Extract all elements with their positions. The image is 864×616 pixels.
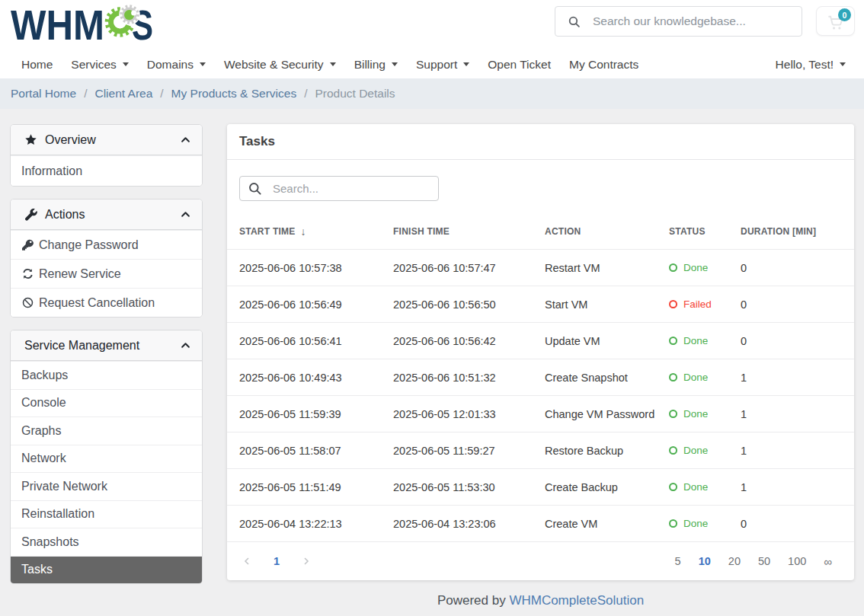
sidebar-item-private-network[interactable]: Private Network bbox=[11, 472, 202, 500]
logo-gear-gray-icon bbox=[119, 4, 140, 25]
page-size-5[interactable]: 5 bbox=[666, 555, 690, 567]
nav-item-services[interactable]: Services bbox=[62, 58, 137, 72]
column-header-label: FINISH TIME bbox=[393, 226, 450, 237]
sidebar-item-label: Renew Service bbox=[39, 267, 121, 281]
cell-finish-time: 2025-06-05 12:01:33 bbox=[393, 408, 545, 420]
column-header-finish-time[interactable]: FINISH TIME bbox=[393, 226, 545, 237]
pagination-current-page[interactable]: 1 bbox=[258, 555, 296, 567]
paginator: 15102050100∞ bbox=[227, 542, 854, 580]
status-label: Done bbox=[683, 481, 708, 493]
panel-header-overview[interactable]: Overview bbox=[11, 125, 202, 155]
sidebar-item-network[interactable]: Network bbox=[11, 445, 202, 473]
table-row: 2025-06-04 13:22:132025-06-04 13:23:06Cr… bbox=[227, 506, 854, 542]
cell-action: Create Snapshot bbox=[545, 372, 669, 384]
sidebar-item-console[interactable]: Console bbox=[11, 389, 202, 417]
sidebar-item-renew-service[interactable]: Renew Service bbox=[11, 259, 202, 288]
breadcrumb-separator: / bbox=[160, 87, 163, 101]
chevron-up-icon bbox=[180, 340, 191, 351]
account-menu-label: Hello, Test! bbox=[776, 58, 834, 72]
column-header-label: ACTION bbox=[545, 226, 581, 237]
column-header-status[interactable]: STATUS bbox=[669, 226, 741, 237]
chevron-down-icon bbox=[330, 62, 336, 66]
nav-item-domains[interactable]: Domains bbox=[138, 58, 215, 72]
sidebar-item-label: Request Cancellation bbox=[39, 296, 155, 310]
cell-status: Done bbox=[669, 408, 741, 420]
nav-item-website-security[interactable]: Website & Security bbox=[215, 58, 345, 72]
cell-finish-time: 2025-06-06 10:51:32 bbox=[393, 372, 545, 384]
sidebar-item-snapshots[interactable]: Snapshots bbox=[11, 528, 202, 556]
chevron-down-icon bbox=[200, 62, 206, 66]
sidebar-item-label: Tasks bbox=[21, 563, 53, 576]
table-row: 2025-06-05 11:58:072025-06-05 11:59:27Re… bbox=[227, 432, 854, 469]
panel-title: Overview bbox=[45, 133, 96, 147]
account-menu[interactable]: Hello, Test! bbox=[766, 58, 846, 72]
panel-title: Service Management bbox=[24, 339, 139, 353]
table-row: 2025-06-06 10:56:412025-06-06 10:56:42Up… bbox=[227, 323, 854, 359]
cell-start-time: 2025-06-05 11:58:07 bbox=[239, 445, 393, 457]
whmcs-logo[interactable]: WHM S bbox=[11, 3, 155, 40]
tasks-table: START TIME↓FINISH TIMEACTIONSTATUSDURATI… bbox=[227, 213, 854, 542]
cell-start-time: 2025-06-06 10:57:38 bbox=[239, 262, 393, 274]
panel-overview: OverviewInformation bbox=[10, 124, 203, 187]
nav-item-label: Home bbox=[21, 58, 53, 72]
cell-status: Failed bbox=[669, 298, 741, 310]
panel-header-actions[interactable]: Actions bbox=[11, 199, 202, 230]
sidebar-item-information[interactable]: Information bbox=[11, 155, 202, 186]
nav-item-label: Domains bbox=[147, 58, 194, 72]
key-icon bbox=[22, 239, 34, 251]
sidebar-item-label: Change Password bbox=[39, 238, 139, 252]
sidebar-item-graphs[interactable]: Graphs bbox=[11, 417, 202, 445]
page-size-50[interactable]: 50 bbox=[749, 555, 779, 567]
status-label: Done bbox=[683, 335, 708, 346]
column-header-duration-min[interactable]: DURATION [MIN] bbox=[741, 226, 842, 237]
cell-start-time: 2025-06-06 10:56:41 bbox=[239, 335, 393, 347]
cell-status: Done bbox=[669, 335, 741, 346]
cart-button[interactable]: 0 bbox=[816, 6, 855, 36]
breadcrumb-link-client-area[interactable]: Client Area bbox=[94, 87, 152, 101]
cell-finish-time: 2025-06-06 10:56:50 bbox=[393, 298, 545, 311]
page-size-10[interactable]: 10 bbox=[690, 555, 719, 567]
sidebar-item-reinstallation[interactable]: Reinstallation bbox=[11, 500, 202, 528]
breadcrumb-link-my-products-services[interactable]: My Products & Services bbox=[171, 87, 297, 101]
pagination-prev-button[interactable] bbox=[236, 555, 258, 567]
chevron-down-icon bbox=[840, 62, 846, 66]
nav-item-label: Services bbox=[71, 58, 116, 72]
cell-finish-time: 2025-06-06 10:57:47 bbox=[393, 262, 545, 274]
knowledgebase-search bbox=[555, 6, 802, 37]
nav-item-label: Support bbox=[416, 58, 457, 72]
nav-item-open-ticket[interactable]: Open Ticket bbox=[478, 58, 560, 72]
knowledgebase-search-input[interactable] bbox=[593, 14, 789, 28]
page-size-20[interactable]: 20 bbox=[719, 555, 749, 567]
nav-item-billing[interactable]: Billing bbox=[345, 58, 407, 72]
sidebar-item-label: Information bbox=[21, 164, 82, 178]
sidebar-item-backups[interactable]: Backups bbox=[11, 361, 202, 389]
nav-item-home[interactable]: Home bbox=[12, 58, 62, 72]
cell-start-time: 2025-06-04 13:22:13 bbox=[239, 518, 393, 530]
cell-duration: 0 bbox=[741, 262, 842, 274]
pagination-page-sizes: 5102050100∞ bbox=[666, 555, 832, 568]
cell-finish-time: 2025-06-05 11:53:30 bbox=[393, 481, 545, 493]
sidebar-item-change-password[interactable]: Change Password bbox=[11, 230, 202, 259]
sidebar-item-label: Reinstallation bbox=[21, 507, 94, 521]
chevron-up-icon bbox=[180, 134, 191, 145]
column-header-start-time[interactable]: START TIME↓ bbox=[239, 225, 393, 238]
pagination-next-button[interactable] bbox=[296, 555, 317, 567]
nav-item-my-contracts[interactable]: My Contracts bbox=[560, 58, 648, 72]
footer-powered-by: Powered by bbox=[437, 593, 510, 608]
status-label: Done bbox=[683, 372, 708, 383]
cell-start-time: 2025-06-05 11:59:39 bbox=[239, 408, 393, 420]
column-header-action[interactable]: ACTION bbox=[545, 226, 669, 237]
breadcrumb-current: Product Details bbox=[315, 87, 395, 101]
sidebar-item-tasks[interactable]: Tasks bbox=[11, 556, 202, 584]
breadcrumb-link-portal-home[interactable]: Portal Home bbox=[11, 87, 76, 101]
page-size-100[interactable]: 100 bbox=[779, 555, 815, 567]
footer-whmcs-link[interactable]: WHMCompleteSolution bbox=[509, 593, 644, 608]
card-title: Tasks bbox=[227, 124, 854, 160]
panel-header-service-management[interactable]: Service Management bbox=[11, 330, 202, 361]
cell-status: Done bbox=[669, 481, 741, 493]
sidebar-item-request-cancellation[interactable]: Request Cancellation bbox=[11, 288, 202, 317]
nav-item-support[interactable]: Support bbox=[407, 58, 478, 72]
page-size-infinity[interactable]: ∞ bbox=[815, 555, 832, 568]
table-search-input[interactable] bbox=[273, 182, 430, 195]
cell-finish-time: 2025-06-04 13:23:06 bbox=[393, 518, 545, 530]
